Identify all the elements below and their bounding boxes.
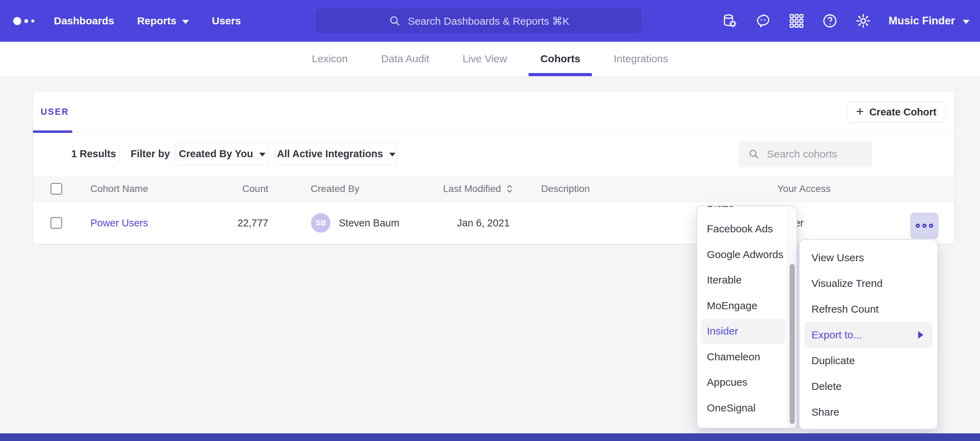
menu-item-google-adwords[interactable]: Google Adwords (697, 242, 787, 267)
row-actions-button[interactable] (910, 213, 938, 238)
export-integrations-menu: Braze Facebook Ads Google Adwords Iterab… (697, 206, 797, 428)
dot-icon (922, 224, 926, 228)
search-icon (388, 14, 401, 27)
nav-item-label: Dashboards (54, 15, 114, 27)
menu-item-facebook-ads[interactable]: Facebook Ads (697, 216, 787, 242)
global-search-input[interactable]: Search Dashboards & Reports ⌘K (315, 8, 642, 34)
created-by-value: Steven Baum (339, 202, 399, 244)
column-header-label: Last Modified (443, 183, 501, 195)
menu-item-export-to[interactable]: Export to... (805, 322, 932, 348)
search-icon (748, 148, 760, 160)
results-count: 1 Results (71, 132, 116, 176)
screen: Dashboards Reports Users Search Dashboar… (0, 0, 980, 441)
nav-item-users[interactable]: Users (212, 15, 241, 27)
menu-item-onesignal[interactable]: OneSignal (697, 395, 787, 421)
column-header-last-modified[interactable]: Last Modified (443, 176, 514, 202)
active-tab-underline (528, 73, 592, 76)
project-switcher[interactable]: Music Finder (889, 14, 970, 27)
cohort-count: 22,777 (228, 202, 268, 244)
tab-label: Live View (463, 53, 507, 65)
brand-logo[interactable] (13, 0, 34, 42)
tab-label: Cohorts (540, 53, 581, 65)
tab-label: Lexicon (312, 53, 347, 65)
brand-dot-icon (31, 19, 34, 22)
brand-dot-icon (13, 17, 21, 25)
dot-icon (929, 224, 933, 228)
dropdown-value: All Active Integrations (277, 148, 383, 160)
tab-label: USER (41, 107, 69, 117)
top-nav: Dashboards Reports Users Search Dashboar… (0, 0, 980, 42)
integration-list: Braze Facebook Ads Google Adwords Iterab… (697, 206, 787, 421)
menu-item-visualize-trend[interactable]: Visualize Trend (800, 271, 937, 296)
filter-by-label: Filter by (130, 132, 170, 176)
search-cohorts-placeholder: Search cohorts (767, 148, 837, 160)
section-tabs: Lexicon Data Audit Live View Cohorts Int… (0, 42, 980, 76)
column-header-your-access[interactable]: Your Access (777, 176, 830, 202)
menu-item-chameleon[interactable]: Chameleon (697, 344, 787, 370)
cohorts-panel: USER + Create Cohort 1 Results Filter by… (33, 91, 954, 244)
active-integrations-dropdown[interactable]: All Active Integrations (275, 142, 397, 166)
menu-item-iterable[interactable]: Iterable (697, 267, 787, 293)
column-header-count[interactable]: Count (228, 176, 268, 202)
actions-list: View Users Visualize Trend Refresh Count… (800, 245, 937, 425)
table-row[interactable]: Power Users 22,777 SB Steven Baum Jan 6,… (33, 202, 954, 244)
tab-lexicon[interactable]: Lexicon (312, 42, 347, 76)
menu-item-duplicate[interactable]: Duplicate (800, 348, 937, 374)
menu-item-delete[interactable]: Delete (800, 374, 937, 399)
scrollbar-track[interactable] (787, 206, 797, 428)
help-icon[interactable] (822, 13, 838, 29)
project-name: Music Finder (889, 14, 955, 27)
column-header-description[interactable]: Description (541, 176, 590, 202)
sort-icon[interactable] (505, 184, 514, 194)
create-cohort-button[interactable]: + Create Cohort (847, 101, 946, 123)
nav-item-dashboards[interactable]: Dashboards (54, 15, 114, 27)
dropdown-value: Created By You (179, 148, 253, 160)
menu-item-braze[interactable]: Braze (697, 206, 787, 216)
nav-item-label: Reports (137, 15, 176, 27)
chevron-down-icon (963, 20, 970, 24)
chevron-down-icon (389, 153, 396, 157)
apps-grid-icon[interactable] (789, 13, 805, 29)
top-nav-links: Dashboards Reports Users (54, 0, 241, 42)
menu-item-appcues[interactable]: Appcues (697, 370, 787, 395)
nav-item-label: Users (212, 15, 241, 27)
column-header-created-by[interactable]: Created By (311, 176, 360, 202)
data-management-icon[interactable] (722, 13, 738, 29)
row-actions-menu: View Users Visualize Trend Refresh Count… (799, 239, 938, 430)
menu-item-moengage[interactable]: MoEngage (697, 293, 787, 319)
select-all-checkbox[interactable] (50, 183, 62, 195)
scrollbar-thumb[interactable] (789, 264, 795, 424)
table-header: Cohort Name Count Created By Last Modifi… (33, 176, 954, 202)
brand-dot-icon (24, 19, 28, 23)
cohort-name-link[interactable]: Power Users (91, 202, 148, 244)
tab-live-view[interactable]: Live View (463, 42, 507, 76)
bottom-bar (0, 433, 980, 441)
last-modified-value: Jan 6, 2021 (457, 202, 510, 244)
settings-icon[interactable] (855, 13, 871, 29)
plus-icon: + (856, 105, 864, 118)
chevron-down-icon (182, 20, 189, 24)
cohort-type-tabstrip: USER + Create Cohort (33, 91, 954, 132)
created-by-dropdown[interactable]: Created By You (175, 142, 269, 166)
submenu-arrow-icon (918, 331, 923, 339)
tab-integrations[interactable]: Integrations (614, 42, 668, 76)
search-cohorts-input[interactable]: Search cohorts (738, 141, 872, 167)
filter-toolbar: 1 Results Filter by Created By You All A… (33, 132, 954, 176)
nav-item-reports[interactable]: Reports (137, 15, 189, 27)
menu-item-view-users[interactable]: View Users (800, 245, 937, 271)
column-header-cohort-name[interactable]: Cohort Name (91, 176, 148, 202)
top-nav-actions: Music Finder (722, 0, 970, 42)
dot-icon (916, 224, 920, 228)
tab-data-audit[interactable]: Data Audit (381, 42, 429, 76)
global-search-placeholder: Search Dashboards & Reports ⌘K (408, 15, 569, 27)
row-checkbox[interactable] (50, 217, 62, 229)
tab-user-cohorts[interactable]: USER (41, 91, 69, 132)
create-cohort-label: Create Cohort (869, 106, 936, 118)
menu-item-share[interactable]: Share (800, 399, 937, 425)
menu-item-refresh-count[interactable]: Refresh Count (800, 296, 937, 322)
feedback-icon[interactable] (755, 13, 771, 29)
menu-item-insider[interactable]: Insider (701, 319, 786, 344)
tab-label: Data Audit (381, 53, 429, 65)
tab-cohorts[interactable]: Cohorts (540, 42, 581, 76)
divider (119, 145, 120, 163)
